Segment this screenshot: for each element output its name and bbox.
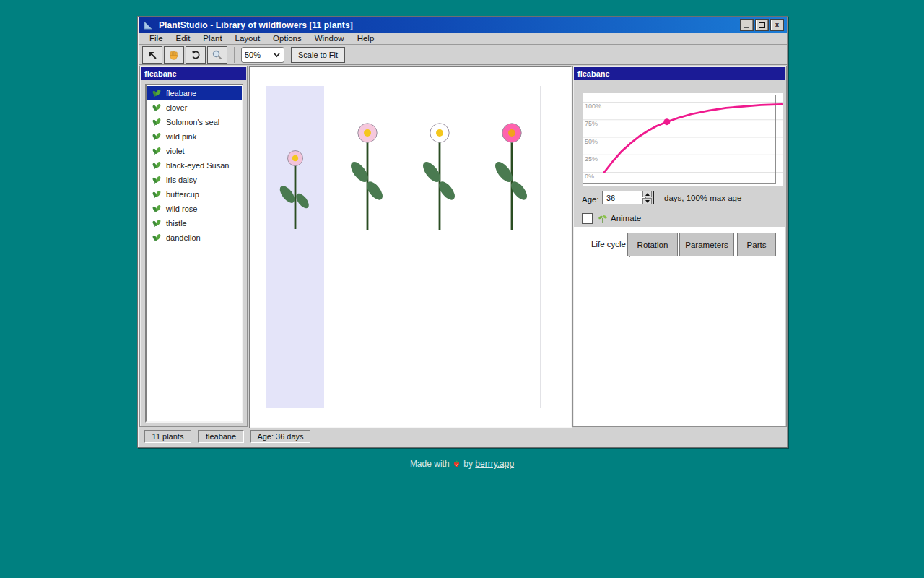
age-input[interactable] (602, 191, 646, 204)
tab-parameters[interactable]: Parameters (679, 233, 734, 256)
list-item-clover[interactable]: clover (147, 100, 242, 115)
life-cycle-chart: 100%75%50%25%0% (583, 93, 783, 186)
animate-checkbox[interactable] (582, 213, 593, 224)
age-spinner-down-button[interactable] (642, 198, 652, 204)
tab-life-cycle[interactable]: Life cycle (586, 233, 630, 257)
app-logo-icon (143, 20, 154, 30)
footer-text-mid: by (463, 459, 473, 469)
list-item-label: violet (166, 147, 185, 155)
magnifier-tool-button[interactable] (207, 46, 227, 64)
herb-icon (152, 103, 162, 113)
minimize-button[interactable] (740, 19, 754, 31)
list-item-label: thistle (166, 219, 187, 228)
tab-strip: Life cycleRotationParametersParts (573, 233, 786, 257)
scale-to-fit-button[interactable]: Scale to Fit (291, 47, 345, 63)
herb-icon (152, 204, 162, 214)
age-row: Age: (582, 192, 599, 207)
plant-drawing-3[interactable] (420, 124, 458, 230)
menu-item-options[interactable]: Options (266, 33, 308, 43)
plant-panel: fleabane 100%75%50%25%0% Age: days, 100%… (572, 66, 787, 427)
close-button[interactable]: x (770, 19, 784, 31)
herb-icon (152, 131, 162, 142)
herb-icon (152, 117, 162, 127)
title-bar[interactable]: PlantStudio - Library of wildflowers [11… (139, 17, 787, 33)
herb-icon (152, 146, 162, 156)
age-label: Age: (582, 195, 599, 204)
list-item-wild-rose[interactable]: wild rose (147, 202, 242, 216)
list-item-black-eyed-susan[interactable]: black-eyed Susan (147, 158, 242, 173)
strawberry-icon (452, 459, 461, 468)
list-item-label: clover (166, 103, 187, 112)
status-box-2: fleabane (198, 430, 244, 443)
magnifier-tool-icon (212, 49, 223, 61)
list-item-label: Solomon's seal (166, 118, 219, 126)
list-item-label: fleabane (166, 89, 196, 98)
hand-tool-button[interactable] (164, 46, 184, 64)
herb-icon (152, 233, 162, 243)
list-item-buttercup[interactable]: buttercup (147, 187, 242, 202)
plant-canvas[interactable] (249, 66, 572, 428)
menu-bar: FileEditPlantLayoutOptionsWindowHelp (139, 33, 787, 45)
plant-drawing-1[interactable] (277, 151, 311, 230)
menu-item-plant[interactable]: Plant (196, 33, 228, 43)
tab-parts[interactable]: Parts (737, 233, 776, 256)
window-controls: x (740, 19, 784, 31)
age-marker-handle[interactable] (663, 118, 670, 125)
svg-text:0%: 0% (585, 173, 594, 180)
rotate-tool-icon (190, 49, 201, 61)
list-item-fleabane[interactable]: fleabane (147, 86, 242, 100)
list-item-violet[interactable]: violet (147, 144, 242, 158)
pointer-tool-button[interactable] (142, 46, 162, 64)
app-window: PlantStudio - Library of wildflowers [11… (137, 16, 788, 448)
footer-link[interactable]: berrry.app (475, 459, 514, 469)
hand-tool-icon (168, 49, 180, 61)
plant-drawing-4[interactable] (492, 124, 531, 230)
footer-text-prefix: Made with (410, 459, 450, 469)
animate-label: Animate (611, 214, 641, 223)
list-item-dandelion[interactable]: dandelion (147, 230, 242, 245)
age-spinner-up-button[interactable] (642, 191, 652, 197)
chevron-down-icon (273, 51, 281, 59)
svg-text:25%: 25% (585, 155, 598, 163)
list-item-thistle[interactable]: thistle (147, 216, 242, 230)
zoom-select[interactable]: 50% (241, 47, 284, 63)
library-panel-title: fleabane (141, 67, 246, 80)
age-spinner (642, 191, 654, 204)
status-box-1: 11 plants (144, 430, 191, 443)
window-title: PlantStudio - Library of wildflowers [11… (159, 20, 353, 30)
herb-icon (152, 189, 162, 199)
menu-item-help[interactable]: Help (351, 33, 381, 43)
list-item-label: wild rose (166, 204, 197, 213)
maximize-button[interactable] (755, 19, 769, 31)
list-item-label: black-eyed Susan (166, 161, 229, 170)
zoom-value: 50% (245, 51, 261, 59)
toolbar: 50% Scale to Fit (139, 45, 787, 65)
list-item-label: wild pink (166, 132, 196, 141)
seedling-icon (598, 214, 607, 223)
tab-rotation[interactable]: Rotation (627, 233, 678, 256)
plant-drawing-2[interactable] (348, 124, 386, 230)
plant-panel-title: fleabane (574, 67, 785, 80)
herb-icon (152, 218, 162, 228)
list-item-iris-daisy[interactable]: iris daisy (147, 173, 242, 187)
age-suffix-label: days, 100% max age (664, 194, 741, 202)
svg-text:50%: 50% (585, 138, 598, 145)
menu-item-window[interactable]: Window (308, 33, 351, 43)
animate-row: Animate (582, 212, 641, 224)
plant-drawings[interactable] (250, 67, 568, 424)
list-item-label: dandelion (166, 233, 201, 242)
library-panel: fleabane fleabanecloverSolomon's sealwil… (139, 66, 248, 427)
herb-icon (152, 160, 162, 171)
list-item-solomon-s-seal[interactable]: Solomon's seal (147, 115, 242, 129)
pointer-tool-icon (147, 49, 158, 61)
list-item-wild-pink[interactable]: wild pink (147, 129, 242, 144)
menu-item-file[interactable]: File (143, 33, 170, 43)
menu-item-layout[interactable]: Layout (229, 33, 267, 43)
toolbar-separator (234, 47, 235, 63)
rotate-tool-button[interactable] (186, 46, 206, 64)
svg-text:75%: 75% (585, 120, 598, 127)
list-item-label: buttercup (166, 190, 199, 199)
menu-item-edit[interactable]: Edit (170, 33, 197, 43)
herb-icon (152, 175, 162, 185)
plant-list: fleabanecloverSolomon's sealwild pinkvio… (145, 84, 243, 423)
